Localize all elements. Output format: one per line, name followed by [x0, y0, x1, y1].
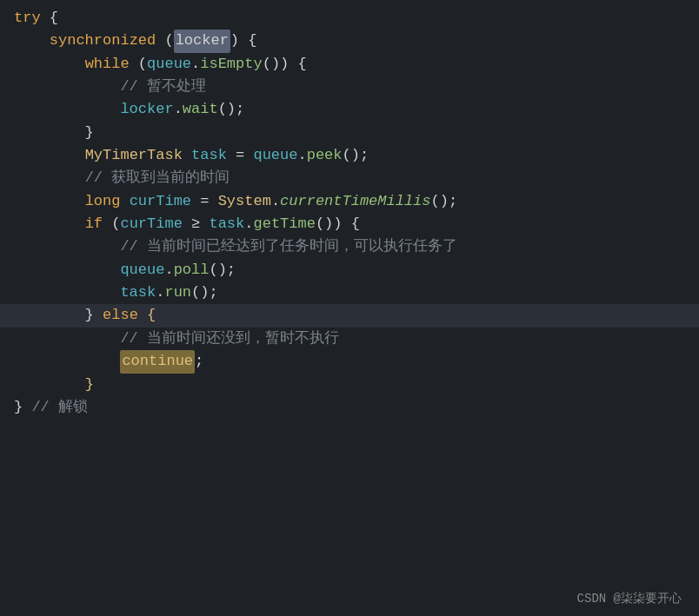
var-queue: queue — [147, 53, 191, 76]
var-queue2: queue — [253, 144, 297, 167]
keyword-long: long — [85, 190, 121, 213]
method-getTime: getTime — [253, 213, 315, 235]
class-System: System — [218, 190, 271, 213]
open-brace-yellow: { — [147, 304, 156, 327]
method-run: run — [164, 282, 191, 304]
code-line-queue-poll: queue . poll (); — [0, 259, 699, 282]
code-line-close1: } — [0, 122, 699, 144]
code-line-comment2: // 获取到当前的时间 — [0, 167, 699, 189]
var-locker: locker — [120, 98, 173, 121]
code-line-else: } else { — [0, 304, 699, 327]
code-line-curtime: long curTime = System . currentTimeMilli… — [0, 190, 699, 213]
code-line-try: try { — [0, 7, 699, 30]
var-curTime: curTime — [130, 190, 191, 213]
code-line-synchronized: synchronized ( locker ) { — [0, 30, 699, 52]
keyword-continue: continue — [120, 350, 195, 373]
code-line-close-yellow: } — [0, 374, 699, 396]
keyword-if: if — [85, 213, 103, 235]
var-task2: task — [209, 213, 244, 235]
locker-highlight: locker — [174, 30, 230, 52]
keyword-synchronized: synchronized — [50, 30, 156, 52]
close-brace-yellow: } — [85, 374, 94, 396]
code-line-continue: continue ; — [0, 350, 699, 373]
method-peek: peek — [307, 144, 343, 167]
comment-4: // 当前时间还没到，暂时不执行 — [120, 328, 339, 350]
keyword-try: try — [14, 7, 41, 30]
var-task3: task — [120, 282, 156, 304]
code-line-task-run: task . run (); — [0, 282, 699, 304]
code-editor: try { synchronized ( locker ) { while ( … — [0, 0, 699, 616]
method-isEmpty: isEmpty — [200, 53, 262, 76]
method-currentTimeMillis: currentTimeMillis — [280, 190, 430, 213]
comment-unlock: // 解锁 — [31, 396, 88, 419]
code-line-comment4: // 当前时间还没到，暂时不执行 — [0, 328, 699, 350]
var-queue3: queue — [120, 259, 164, 282]
code-line-if: if ( curTime ≥ task . getTime ()) { — [0, 213, 699, 235]
code-line-comment1: // 暂不处理 — [0, 76, 699, 98]
code-line-mytimertask: MyTimerTask task = queue . peek (); — [0, 144, 699, 167]
var-curTime2: curTime — [120, 213, 182, 235]
comment-3: // 当前时间已经达到了任务时间，可以执行任务了 — [120, 235, 457, 258]
keyword-while: while — [85, 53, 130, 76]
footer-attribution: CSDN @柒柒要开心 — [577, 590, 682, 609]
code-line-locker-wait: locker . wait (); — [0, 98, 699, 121]
keyword-else: else — [103, 304, 138, 327]
method-poll: poll — [174, 259, 210, 282]
comment-1: // 暂不处理 — [120, 76, 206, 98]
var-task: task — [191, 144, 227, 167]
code-line-while: while ( queue . isEmpty ()) { — [0, 53, 699, 76]
code-line-unlock: } // 解锁 — [0, 396, 699, 419]
comment-2: // 获取到当前的时间 — [85, 167, 230, 189]
code-line-comment3: // 当前时间已经达到了任务时间，可以执行任务了 — [0, 235, 699, 258]
method-wait: wait — [183, 98, 218, 121]
type-MyTimerTask: MyTimerTask — [85, 144, 183, 167]
